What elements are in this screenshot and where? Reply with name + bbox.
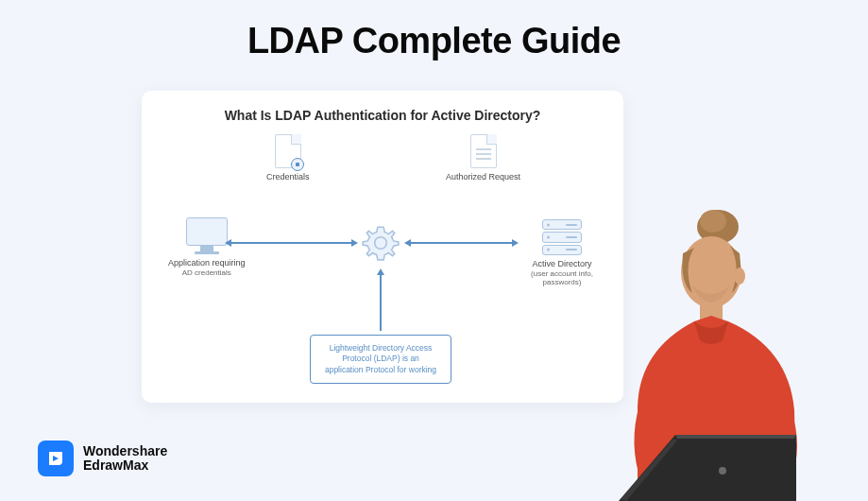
svg-point-8	[719, 467, 726, 475]
page-title: LDAP Complete Guide	[0, 0, 868, 61]
svg-point-4	[734, 268, 745, 285]
info-line2: Protocol (LDAP) is an	[342, 354, 419, 363]
info-box: Lightweight Directory Access Protocol (L…	[310, 335, 451, 384]
application-sublabel: AD credentials	[182, 268, 231, 278]
authorized-request-node: Authorized Request	[446, 134, 520, 182]
diagram-card: What Is LDAP Authentication for Active D…	[142, 91, 623, 403]
credential-badge-icon	[291, 158, 304, 171]
person-illustration	[571, 199, 826, 501]
diagram-title: What Is LDAP Authentication for Active D…	[162, 108, 603, 123]
brand-text: Wondershare EdrawMax	[83, 444, 167, 474]
brand-icon	[38, 441, 74, 476]
diagram-area: Credentials Authorized Request Applicati…	[162, 134, 603, 399]
application-node: Application requiring AD credentials	[168, 217, 246, 277]
credentials-node: Credentials	[266, 134, 310, 182]
arrow-left-head-r	[351, 239, 358, 247]
brand-logo: Wondershare EdrawMax	[38, 441, 167, 476]
info-line1: Lightweight Directory Access	[330, 343, 433, 353]
document-lines-icon	[470, 134, 497, 168]
gear-node	[361, 223, 400, 263]
arrow-bottom-head	[377, 268, 384, 275]
arrow-left-head-l	[225, 239, 231, 247]
svg-point-0	[375, 237, 387, 250]
arrow-right-head-l	[404, 239, 411, 247]
application-label: Application requiring	[168, 258, 246, 268]
brand-line1: Wondershare	[83, 444, 167, 458]
monitor-base	[195, 251, 219, 254]
arrow-bottom	[380, 274, 382, 331]
svg-point-2	[700, 210, 726, 233]
brand-line2: EdrawMax	[83, 458, 167, 473]
monitor-icon	[186, 217, 228, 246]
authorized-request-label: Authorized Request	[446, 172, 520, 182]
credentials-label: Credentials	[266, 172, 310, 182]
arrow-right-head-r	[512, 239, 519, 247]
gear-icon	[361, 223, 400, 263]
arrow-right	[410, 242, 512, 244]
document-icon	[275, 134, 301, 168]
info-line3: application Protocol for working	[325, 365, 436, 374]
arrow-left	[230, 242, 351, 244]
